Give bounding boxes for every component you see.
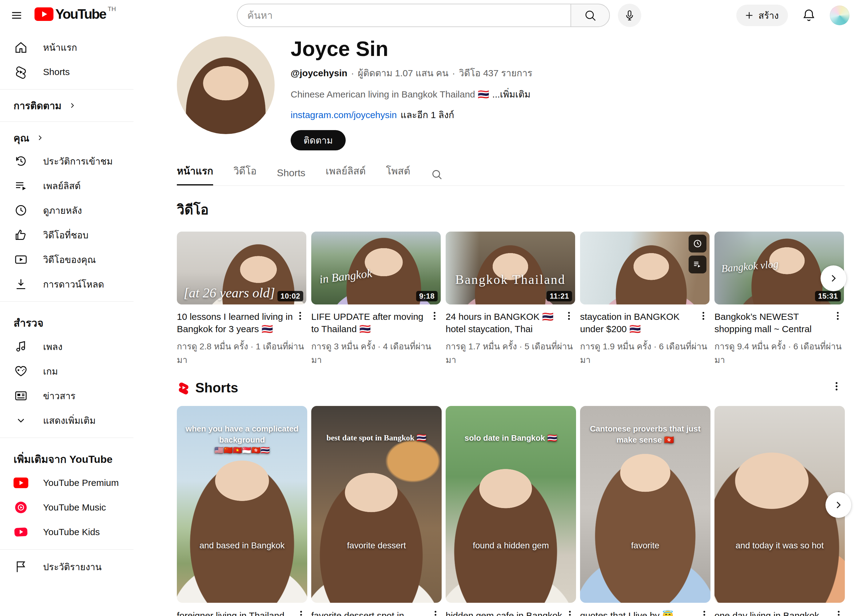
short-thumbnail[interactable]: when you have a complicated background 🇺… — [177, 406, 307, 603]
video-menu-button[interactable] — [563, 311, 575, 325]
subscribe-button[interactable]: ติดตาม — [291, 130, 346, 150]
sidebar: หน้าแรก Shorts การติดตาม คุณ ประวัติการเ… — [0, 31, 133, 616]
video-thumbnail[interactable]: in Bangkok 9:18 — [311, 231, 441, 305]
youtube-wordmark: YouTube — [55, 7, 106, 21]
short-caption-top: solo date in Bangkok 🇹🇭 — [450, 432, 572, 443]
short-card[interactable]: best date spot in Bangkok 🇹🇭 favorite de… — [311, 406, 442, 616]
channel-meta: @joycehysin · ผู้ติดตาม 1.07 แสน คน · วิ… — [291, 66, 532, 80]
sidebar-item-youtube-premium[interactable]: YouTube Premium — [0, 470, 133, 495]
video-card[interactable]: Bangkok Thailand 11:21 24 hours in BANGK… — [446, 231, 575, 366]
video-title[interactable]: staycation in BANGKOK under $200 🇹🇭 — [580, 311, 696, 335]
sidebar-item-your-videos[interactable]: วิดีโอของคุณ — [0, 247, 133, 272]
watch-later-button[interactable] — [689, 234, 706, 253]
video-menu-button[interactable] — [832, 311, 844, 325]
sidebar-item-news[interactable]: ข่าวสาร — [0, 383, 133, 408]
sidebar-item-label: แสดงเพิ่มเติม — [43, 413, 96, 428]
video-title[interactable]: LIFE UPDATE after moving to Thailand 🇹🇭 — [311, 311, 427, 335]
channel-tabs: หน้าแรก วิดีโอ Shorts เพลย์ลิสต์ โพสต์ — [177, 165, 844, 186]
hamburger-menu-button[interactable] — [9, 8, 25, 23]
video-thumbnail[interactable]: Bangkok Thailand 11:21 — [446, 231, 575, 305]
short-menu-button[interactable] — [564, 610, 576, 616]
add-to-queue-button[interactable] — [689, 256, 706, 273]
top-bar: YouTube TH สร้าง — [0, 0, 855, 31]
channel-search-button[interactable] — [431, 168, 443, 185]
short-thumbnail[interactable]: Cantonese proverbs that just make sense … — [580, 406, 711, 603]
video-card[interactable]: Bangkok vlog 15:31 Bangkok’s NEWEST shop… — [714, 231, 844, 366]
description-more-link[interactable]: ...เพิ่มเติม — [492, 87, 530, 101]
video-menu-button[interactable] — [428, 311, 441, 325]
tab-videos[interactable]: วิดีโอ — [233, 163, 256, 185]
tab-playlists[interactable]: เพลย์ลิสต์ — [326, 163, 366, 185]
videos-carousel-next-button[interactable] — [821, 265, 846, 291]
short-thumbnail[interactable]: solo date in Bangkok 🇹🇭 found a hidden g… — [446, 406, 576, 603]
sidebar-item-playlists[interactable]: เพลย์ลิสต์ — [0, 173, 133, 198]
your-videos-icon — [14, 252, 28, 267]
youtube-kids-icon — [14, 525, 28, 539]
short-title[interactable]: hidden gem cafe in Bangkok ☕ — [446, 610, 562, 616]
account-avatar[interactable] — [830, 6, 849, 25]
tab-posts[interactable]: โพสต์ — [386, 163, 410, 185]
shorts-carousel-next-button[interactable] — [826, 492, 851, 518]
tab-home[interactable]: หน้าแรก — [177, 163, 213, 185]
sidebar-you-header[interactable]: คุณ — [0, 127, 133, 149]
sidebar-item-home[interactable]: หน้าแรก — [0, 35, 133, 60]
channel-description[interactable]: Chinese American living in Bangkok Thail… — [291, 87, 532, 101]
more-links-label[interactable]: และอีก 1 ลิงก์ — [400, 108, 454, 122]
video-menu-button[interactable] — [294, 311, 306, 325]
short-menu-button[interactable] — [295, 610, 307, 616]
sidebar-item-history[interactable]: ประวัติการเข้าชม — [0, 149, 133, 173]
notifications-button[interactable] — [800, 7, 817, 24]
video-title[interactable]: Bangkok’s NEWEST shopping mall ~ Central… — [714, 311, 830, 335]
sidebar-item-youtube-music[interactable]: YouTube Music — [0, 495, 133, 520]
short-menu-button[interactable] — [832, 610, 845, 616]
shorts-section-menu-button[interactable] — [830, 381, 843, 395]
short-card[interactable]: and today it was so hot one day living i… — [714, 406, 845, 616]
short-title[interactable]: quotes that I live by 😇 — [580, 610, 697, 616]
sidebar-item-youtube-kids[interactable]: YouTube Kids — [0, 520, 133, 544]
video-card[interactable]: [at 26 years old] 10:02 10 lessons I lea… — [177, 231, 306, 366]
watch-later-icon — [692, 238, 703, 249]
short-title[interactable]: favorite dessert spot in Bangkok 🍞 — [311, 610, 428, 616]
voice-search-button[interactable] — [618, 4, 641, 27]
video-thumbnail[interactable]: [at 26 years old] 10:02 — [177, 231, 306, 305]
sidebar-item-music[interactable]: เพลง — [0, 334, 133, 359]
video-thumbnail[interactable] — [580, 231, 709, 305]
sidebar-subscriptions-header[interactable]: การติดตาม — [0, 94, 133, 116]
search-icon — [584, 9, 597, 22]
video-menu-button[interactable] — [697, 311, 709, 325]
search-button[interactable] — [570, 4, 610, 27]
short-menu-button[interactable] — [698, 610, 711, 616]
short-card[interactable]: when you have a complicated background 🇺… — [177, 406, 307, 616]
instagram-link[interactable]: instagram.com/joycehysin — [291, 110, 397, 120]
short-title[interactable]: one day living in Bangkok Thailand 🇹🇭 — [714, 610, 831, 616]
short-card[interactable]: Cantonese proverbs that just make sense … — [580, 406, 711, 616]
sidebar-item-gaming[interactable]: เกม — [0, 359, 133, 383]
sidebar-item-show-more[interactable]: แสดงเพิ่มเติม — [0, 408, 133, 433]
short-title[interactable]: foreigner living in Thailand struggles 🇺… — [177, 610, 294, 616]
video-title[interactable]: 24 hours in BANGKOK 🇹🇭 hotel staycation,… — [446, 311, 562, 335]
video-card[interactable]: staycation in BANGKOK under $200 🇹🇭 การด… — [580, 231, 709, 366]
video-title[interactable]: 10 lessons I learned living in Bangkok f… — [177, 311, 293, 335]
kebab-icon — [698, 311, 709, 321]
channel-avatar[interactable] — [177, 36, 275, 134]
youtube-logo[interactable]: YouTube TH — [34, 7, 116, 21]
sidebar-item-watch-later[interactable]: ดูภายหลัง — [0, 198, 133, 223]
short-menu-button[interactable] — [429, 610, 442, 616]
sidebar-item-downloads[interactable]: การดาวน์โหลด — [0, 272, 133, 296]
create-button[interactable]: สร้าง — [736, 5, 788, 26]
video-thumbnail[interactable]: Bangkok vlog 15:31 — [714, 231, 844, 305]
sidebar-item-report-history[interactable]: ประวัติรายงาน — [0, 555, 133, 579]
sidebar-item-liked-videos[interactable]: วิดีโอที่ชอบ — [0, 223, 133, 247]
watch-later-icon — [14, 203, 28, 218]
video-meta: การดู 2.8 หมื่น ครั้ง · 1 เดือนที่ผ่านมา — [177, 340, 306, 366]
short-thumbnail[interactable]: best date spot in Bangkok 🇹🇭 favorite de… — [311, 406, 442, 603]
video-duration-badge: 9:18 — [416, 291, 438, 301]
video-card[interactable]: in Bangkok 9:18 LIFE UPDATE after moving… — [311, 231, 441, 366]
tab-shorts[interactable]: Shorts — [277, 167, 305, 185]
search-input[interactable] — [247, 9, 570, 21]
short-card[interactable]: solo date in Bangkok 🇹🇭 found a hidden g… — [446, 406, 576, 616]
sidebar-item-shorts[interactable]: Shorts — [0, 60, 133, 84]
sidebar-divider — [0, 301, 133, 302]
subscriber-count: ผู้ติดตาม 1.07 แสน คน — [358, 66, 448, 80]
sidebar-item-label: หน้าแรก — [43, 40, 77, 55]
